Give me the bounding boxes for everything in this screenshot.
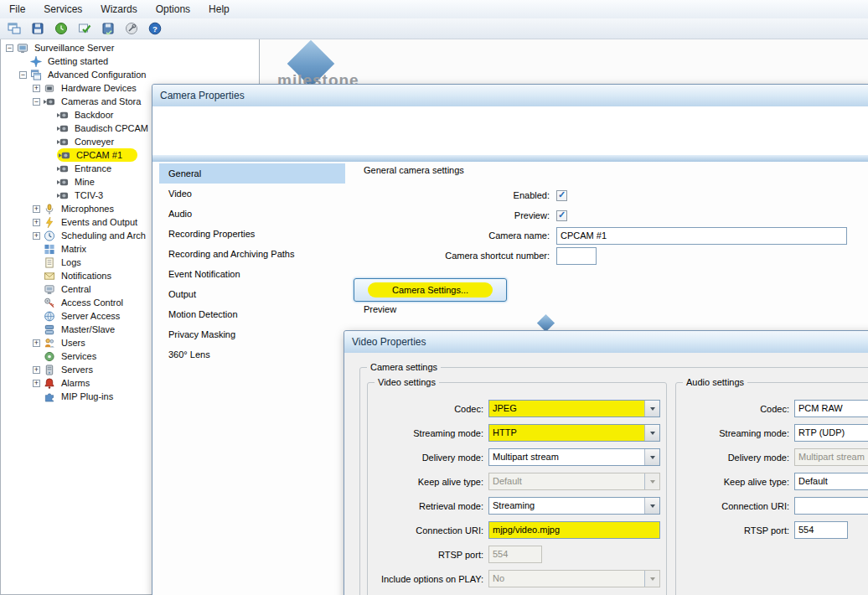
tree-item-advanced-configuration[interactable]: −Advanced Configuration [1, 68, 259, 81]
audio-delivery-mode-row: Delivery mode:Multipart stream [677, 445, 868, 469]
tree-highlight-marker: CPCAM #1 [57, 148, 137, 162]
tree-item-label: MIP Plug-ins [59, 391, 115, 401]
camera-shortcut-input[interactable] [556, 247, 597, 265]
camera-settings-button[interactable]: Camera Settings... [354, 278, 507, 302]
server-access-icon [44, 310, 56, 322]
tree-item-getting-started[interactable]: Getting started [1, 54, 259, 68]
camera-properties-titlebar[interactable]: Camera Properties [152, 85, 868, 107]
video-include-options-on-play-label: Include options on PLAY: [369, 574, 484, 584]
preview-checkbox[interactable] [556, 210, 567, 221]
camera-icon [57, 189, 70, 201]
menu-item-wizards[interactable]: Wizards [91, 0, 146, 18]
audio-streaming-mode-label: Streaming mode: [677, 428, 790, 438]
enabled-checkbox[interactable] [556, 190, 567, 201]
preview-label: Preview: [354, 210, 550, 220]
toolbar-save-config-button[interactable] [28, 19, 47, 38]
video-streaming-mode-row: Streaming mode:HTTP [369, 421, 660, 445]
tree-item-label: Backdoor [73, 110, 115, 120]
tree-item-label: Cameras and Stora [59, 96, 142, 106]
hardware-icon [44, 82, 56, 94]
tree-item-label: Users [59, 338, 87, 348]
servers-icon [44, 364, 56, 375]
audio-codec-select[interactable]: PCM RAW [794, 400, 868, 417]
camera-name-input[interactable]: CPCAM #1 [556, 227, 847, 245]
plus-expander-icon[interactable]: + [33, 232, 40, 240]
menu-item-services[interactable]: Services [34, 0, 91, 18]
dropdown-arrow-icon[interactable] [644, 449, 659, 465]
plus-expander-icon[interactable]: + [33, 339, 40, 347]
toolbar-options-button[interactable] [122, 19, 141, 38]
video-keep-alive-type-row: Keep alive type:Default [369, 469, 660, 494]
plus-expander-icon[interactable]: + [33, 380, 40, 387]
video-properties-titlebar[interactable]: Video Properties [344, 331, 868, 354]
apply-check-icon [78, 22, 91, 35]
video-properties-title: Video Properties [352, 336, 426, 348]
camera-settings-button-label: Camera Settings... [392, 285, 468, 295]
access-control-icon [44, 297, 56, 308]
toolbar-help-button[interactable]: ? [146, 19, 164, 38]
audio-codec-row: Codec:PCM RAW [677, 396, 868, 421]
audio-codec-label: Codec: [677, 404, 790, 414]
tree-item-label: Hardware Devices [59, 83, 138, 93]
toolbar-apply-config-button[interactable] [75, 19, 94, 38]
nav-item-privacy-masking[interactable]: Privacy Masking [159, 324, 345, 344]
arrow-glyph [650, 504, 655, 508]
video-streaming-mode-select[interactable]: HTTP [488, 424, 660, 442]
tree-item-surveillance-server[interactable]: −Surveillance Server [1, 41, 259, 54]
video-include-options-on-play-row: Include options on PLAY:No [369, 567, 660, 591]
nav-item-recording-properties[interactable]: Recording Properties [159, 224, 345, 244]
minus-expander-icon[interactable]: − [6, 44, 13, 52]
tree-item-label: Conveyer [73, 137, 116, 147]
tree-item-label: Advanced Configuration [46, 70, 147, 80]
video-retrieval-mode-select[interactable]: Streaming [488, 497, 660, 515]
camera-icon [59, 149, 71, 161]
camera-icon [44, 96, 56, 107]
video-codec-select[interactable]: JPEG [488, 400, 660, 417]
nav-item-general[interactable]: General [159, 163, 345, 184]
microphone-icon [44, 203, 56, 215]
minus-expander-icon[interactable]: − [19, 71, 27, 79]
menu-item-options[interactable]: Options [147, 0, 199, 18]
toolbar-save-apply-button[interactable] [99, 19, 117, 38]
video-delivery-mode-label: Delivery mode: [369, 453, 484, 463]
tree-item-label: Central [59, 284, 92, 294]
nav-item-motion-detection[interactable]: Motion Detection [159, 304, 345, 324]
audio-settings-group: Audio settings Codec:PCM RAWStreaming mo… [675, 382, 868, 595]
plus-expander-icon[interactable]: + [33, 219, 40, 226]
audio-keep-alive-type-select[interactable]: Default [794, 473, 868, 490]
audio-codec-value: PCM RAW [795, 401, 868, 416]
wrench-icon [125, 22, 138, 35]
audio-rtsp-port-input[interactable]: 554 [794, 521, 848, 539]
nav-item-output[interactable]: Output [159, 284, 345, 304]
video-connection-uri-input[interactable]: mjpg/video.mjpg [488, 521, 660, 539]
nav-item-recording-and-archiving-paths[interactable]: Recording and Archiving Paths [159, 244, 345, 264]
dropdown-arrow-icon[interactable] [644, 498, 659, 514]
menu-item-file[interactable]: File [0, 0, 34, 18]
audio-delivery-mode-value: Multipart stream [795, 449, 868, 465]
nav-item-360-lens[interactable]: 360° Lens [159, 344, 345, 365]
toolbar-export-config-button[interactable] [5, 19, 23, 38]
video-delivery-mode-select[interactable]: Multipart stream [488, 448, 660, 466]
plus-expander-icon[interactable]: + [33, 205, 40, 213]
video-delivery-mode-value: Multipart stream [489, 449, 644, 465]
audio-streaming-mode-select[interactable]: RTP (UDP) [794, 424, 868, 442]
matrix-icon [44, 243, 56, 255]
help-icon: ? [148, 22, 162, 35]
nav-item-audio[interactable]: Audio [159, 204, 345, 224]
plus-expander-icon[interactable]: + [33, 366, 40, 374]
video-streaming-mode-label: Streaming mode: [369, 428, 484, 438]
dropdown-arrow-icon[interactable] [644, 401, 659, 416]
minus-expander-icon[interactable]: − [33, 98, 40, 106]
tree-item-label: TCIV-3 [73, 190, 105, 200]
audio-connection-uri-input[interactable] [794, 497, 868, 515]
camera-icon [57, 136, 70, 147]
arrow-glyph [650, 456, 655, 459]
nav-item-video[interactable]: Video [159, 184, 345, 204]
tree-item-label: Notifications [59, 271, 113, 281]
toolbar-start-services-button[interactable] [52, 19, 70, 38]
nav-item-event-notification[interactable]: Event Notification [159, 264, 345, 284]
dropdown-arrow-icon[interactable] [644, 425, 659, 441]
plus-expander-icon[interactable]: + [33, 85, 40, 92]
video-rtsp-port-row: RTSP port:554 [369, 542, 660, 567]
menu-item-help[interactable]: Help [199, 0, 239, 18]
